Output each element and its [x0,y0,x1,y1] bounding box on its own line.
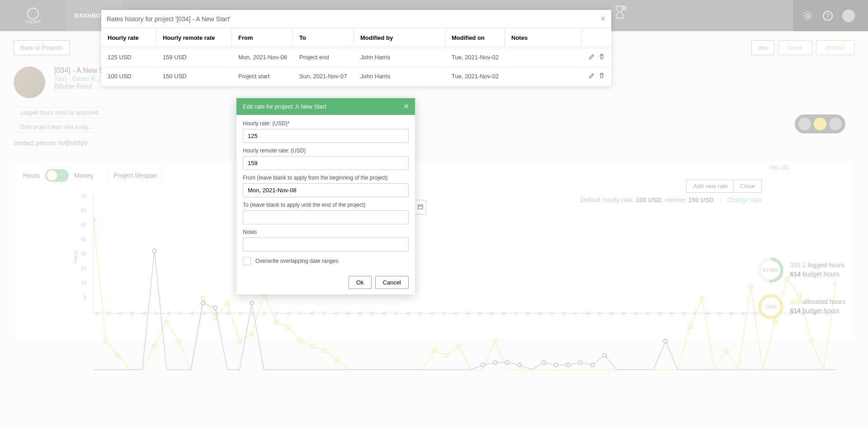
calendar-icon[interactable] [415,200,426,214]
close-icon[interactable]: × [404,102,409,111]
overwrite-checkbox[interactable] [243,257,251,265]
col-remote: Hourly remote rate [157,29,232,47]
edit-modal-title: Edit rate for project: A New Start [243,103,326,110]
rates-panel-title: Rates history for project '[034] - A New… [107,15,231,23]
col-from: From [233,29,293,47]
edit-icon[interactable] [589,53,595,61]
col-notes: Notes [506,29,582,47]
col-modby: Modified by [355,29,445,47]
rates-history-panel: Rates history for project '[034] - A New… [101,10,611,86]
from-date-label: From (leave blank to apply from the begi… [243,175,409,181]
from-date-input[interactable] [243,183,409,197]
delete-icon[interactable] [599,72,605,80]
to-date-label: To (leave blank to apply until the end o… [243,202,409,208]
cancel-button[interactable]: Cancel [375,276,409,289]
hourly-rate-input[interactable] [243,129,409,143]
notes-label: Notes [243,229,409,235]
edit-icon[interactable] [589,72,595,80]
col-modon: Modified on [446,29,505,47]
remote-rate-input[interactable] [243,156,409,170]
to-date-input[interactable] [243,210,409,224]
svg-rect-52 [418,205,423,209]
rates-table: Hourly rate Hourly remote rate From To M… [101,28,611,86]
col-hourly: Hourly rate [102,29,156,47]
ok-button[interactable]: Ok [349,276,372,289]
delete-icon[interactable] [599,53,605,61]
edit-rate-modal: Edit rate for project: A New Start × Hou… [236,98,415,294]
table-row: 125 USD159 USDMon, 2021-Nov-08Project en… [102,48,610,66]
overwrite-label: Overwrite overlapping date ranges [255,258,338,264]
table-row: 100 USD150 USDProject startSun, 2021-Nov… [102,67,610,85]
remote-rate-label: Hourly remote rate: (USD) [243,147,409,154]
hourly-rate-label: Hourly rate: (USD)* [243,120,409,127]
col-to: To [294,29,354,47]
close-icon[interactable]: × [600,14,606,24]
notes-input[interactable] [243,237,409,251]
